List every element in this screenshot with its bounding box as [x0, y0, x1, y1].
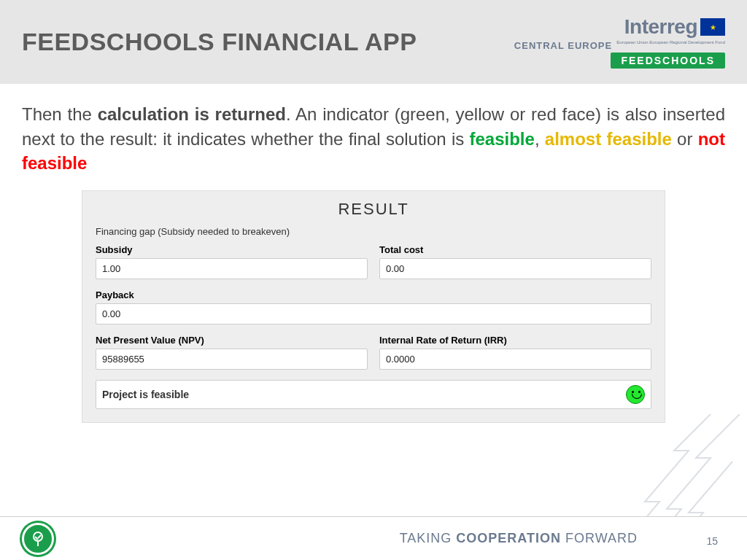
page-title: FEEDSCHOOLS FINANCIAL APP	[22, 28, 417, 56]
fund-label: European Union European Regional Develop…	[616, 40, 725, 45]
tagline-bold: COOPERATION	[456, 531, 561, 545]
status-row: Project is feasible	[96, 380, 651, 409]
interreg-word: Interreg	[624, 15, 697, 39]
interreg-logo: Interreg ★	[624, 15, 725, 39]
svg-line-2	[35, 537, 38, 540]
financing-gap-label: Financing gap (Subsidy needed to breakev…	[96, 226, 651, 237]
header-bar: FEEDSCHOOLS FINANCIAL APP Interreg ★ CEN…	[0, 0, 747, 84]
npv-field: Net Present Value (NPV) 95889655	[96, 335, 368, 370]
tagline-post: FORWARD	[561, 531, 638, 545]
subsidy-field: Subsidy 1.00	[96, 244, 368, 279]
body-bold: calculation is returned	[98, 104, 286, 124]
svg-line-3	[38, 535, 41, 538]
footer: TAKING COOPERATION FORWARD 15	[0, 516, 747, 560]
subsidy-value: 1.00	[96, 258, 368, 279]
region-label: CENTRAL EUROPE	[514, 40, 612, 51]
subsidy-label: Subsidy	[96, 244, 368, 255]
smiley-green-icon	[626, 385, 645, 404]
project-band: FEEDSCHOOLS	[611, 52, 725, 69]
feasible-word: feasible	[470, 129, 535, 149]
irr-label: Internal Rate of Return (IRR)	[379, 335, 651, 346]
status-text: Project is feasible	[102, 389, 189, 400]
page-number: 15	[706, 535, 718, 547]
result-panel: RESULT Financing gap (Subsidy needed to …	[82, 190, 665, 423]
totalcost-label: Total cost	[379, 244, 651, 255]
totalcost-value: 0.00	[379, 258, 651, 279]
tree-badge-icon	[22, 523, 54, 555]
npv-value: 95889655	[96, 349, 368, 370]
almost-word: almost feasible	[545, 129, 672, 149]
irr-field: Internal Rate of Return (IRR) 0.0000	[379, 335, 651, 370]
sep1: ,	[535, 129, 545, 149]
eu-flag-icon: ★	[700, 18, 725, 36]
footer-tagline: TAKING COOPERATION FORWARD	[400, 531, 638, 546]
logo-block: Interreg ★ CENTRAL EUROPE European Union…	[514, 15, 725, 69]
payback-value: 0.00	[96, 303, 651, 324]
payback-field: Payback 0.00	[96, 289, 651, 324]
body-pre: Then the	[22, 104, 98, 124]
npv-label: Net Present Value (NPV)	[96, 335, 368, 346]
svg-point-0	[34, 532, 42, 541]
payback-label: Payback	[96, 289, 651, 300]
body-paragraph: Then the calculation is returned. An ind…	[0, 84, 747, 190]
result-title: RESULT	[96, 200, 651, 219]
sep2: or	[672, 129, 698, 149]
irr-value: 0.0000	[379, 349, 651, 370]
tagline-pre: TAKING	[400, 531, 457, 545]
totalcost-field: Total cost 0.00	[379, 244, 651, 279]
